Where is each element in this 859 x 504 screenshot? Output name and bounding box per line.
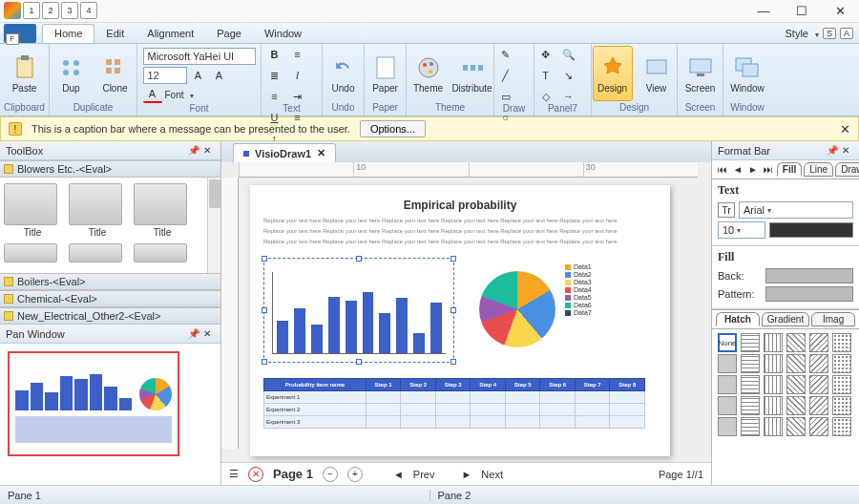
data-table[interactable]: Probability item nameStep 1Step 2Step 3S… <box>263 378 645 429</box>
category-chemical[interactable]: Chemical-<Eval> <box>0 290 220 307</box>
format-tab-line[interactable]: Line <box>804 162 833 177</box>
pie-chart[interactable] <box>479 271 555 347</box>
font-color-icon[interactable]: A <box>143 86 162 103</box>
hatch-swatch[interactable] <box>718 396 737 415</box>
hatch-swatch[interactable] <box>832 354 851 373</box>
caption-close-icon[interactable]: ✕ <box>840 122 850 136</box>
hatch-swatch[interactable] <box>741 375 760 394</box>
hatch-swatch[interactable] <box>832 333 851 352</box>
pan-window-body[interactable] <box>0 344 220 485</box>
format-size-combo[interactable]: 10 <box>718 221 765 239</box>
selected-bar-chart[interactable] <box>263 258 454 363</box>
paste-button[interactable]: Paste <box>5 46 45 101</box>
document-tab[interactable]: VisioDraw1 ✕ <box>233 143 336 162</box>
view-button[interactable]: View <box>637 46 677 101</box>
line-icon[interactable]: ╱ <box>496 67 515 84</box>
bold-icon[interactable]: B <box>265 46 284 63</box>
category-electrical[interactable]: New_Electrical_Other2-<Eval> <box>0 307 220 325</box>
qat-key-3[interactable]: 3 <box>61 2 78 19</box>
format-font-combo[interactable]: Arial <box>739 201 853 219</box>
undo-button[interactable]: Undo <box>324 46 364 101</box>
format-tab-fill[interactable]: Fill <box>777 162 802 177</box>
scrollbar[interactable] <box>207 178 220 273</box>
style-label[interactable]: Style <box>786 28 808 39</box>
shrink-font-icon[interactable]: A <box>210 67 229 84</box>
tool-item[interactable] <box>69 243 126 262</box>
qat-key-1[interactable]: 1 <box>23 2 40 19</box>
pencil-icon[interactable]: ✎ <box>496 46 515 63</box>
prev-page-icon[interactable]: ◄ <box>393 469 404 480</box>
hatch-swatch[interactable] <box>786 354 806 373</box>
hatch-swatch[interactable] <box>832 417 851 436</box>
next-page-icon[interactable]: ► <box>461 469 471 480</box>
design-button[interactable]: Design <box>593 46 633 101</box>
tool-item[interactable] <box>134 243 191 262</box>
hatch-swatch[interactable] <box>764 375 783 394</box>
maximize-button[interactable]: ☐ <box>783 0 821 23</box>
hatch-swatch[interactable] <box>809 354 828 373</box>
hatch-swatch[interactable] <box>741 417 760 436</box>
hatch-swatch[interactable] <box>786 375 806 394</box>
prev-label[interactable]: Prev <box>413 469 435 480</box>
chevron-down-icon[interactable] <box>187 89 194 100</box>
bullets-icon[interactable]: ≣ <box>265 67 284 84</box>
hatch-swatch[interactable] <box>809 375 828 394</box>
pattern-swatch[interactable] <box>765 286 853 302</box>
hatch-swatch[interactable] <box>832 396 851 415</box>
screen-button[interactable]: Screen <box>681 46 721 101</box>
drawing-page[interactable]: Empirical probability Replace your text … <box>250 185 670 456</box>
hatch-swatch[interactable] <box>832 375 851 394</box>
grow-font-icon[interactable]: A <box>189 67 208 84</box>
text-color-swatch[interactable] <box>769 222 853 238</box>
back-color-swatch[interactable] <box>765 268 853 284</box>
hatch-swatch[interactable] <box>764 333 783 352</box>
hatch-swatch[interactable] <box>718 354 737 373</box>
clone-button[interactable]: Clone <box>95 46 136 101</box>
hatch-swatch[interactable] <box>741 396 760 415</box>
hatch-swatch[interactable] <box>741 354 760 373</box>
pin-icon[interactable]: 📌 <box>827 145 838 157</box>
tool-item[interactable]: Title <box>4 183 61 238</box>
distribute-button[interactable]: Distribute <box>452 46 492 101</box>
tab-window[interactable]: Window <box>253 25 313 42</box>
panel-close-icon[interactable]: ✕ <box>203 328 215 340</box>
zoom-out-icon[interactable]: − <box>323 467 338 482</box>
panel-close-icon[interactable]: ✕ <box>203 145 215 157</box>
hatch-swatch[interactable] <box>786 396 806 415</box>
style-dropdown-icon[interactable] <box>812 28 819 39</box>
file-menu-button[interactable]: F <box>4 24 36 43</box>
font-family-combo[interactable]: Microsoft YaHei UI <box>143 48 256 65</box>
next-label[interactable]: Next <box>481 469 503 480</box>
align-left-icon[interactable]: ≡ <box>288 46 307 63</box>
hatch-swatch[interactable] <box>764 417 783 436</box>
align-center-icon[interactable]: ≡ <box>265 88 284 105</box>
gradient-tab[interactable]: Gradient <box>762 312 809 326</box>
tab-next-icon[interactable]: ► <box>746 164 760 175</box>
zoom-in-icon[interactable]: + <box>347 467 363 482</box>
page-list-icon[interactable]: ☰ <box>229 468 239 480</box>
hatch-swatch[interactable] <box>764 354 783 373</box>
hatch-swatch[interactable] <box>741 333 760 352</box>
hatch-swatch[interactable] <box>718 417 737 436</box>
pin-icon[interactable]: 📌 <box>188 328 199 340</box>
tab-home[interactable]: Home <box>42 24 94 43</box>
hatch-tab[interactable]: Hatch <box>716 312 760 326</box>
tab-alignment[interactable]: Alignment <box>136 25 205 42</box>
options-button[interactable]: Options... <box>360 120 426 137</box>
tab-close-icon[interactable]: ✕ <box>317 147 325 159</box>
hatch-swatch[interactable]: None <box>718 333 737 352</box>
tab-last-icon[interactable]: ⏭ <box>762 164 775 175</box>
hatch-swatch[interactable] <box>786 417 806 436</box>
tab-edit[interactable]: Edit <box>94 25 136 42</box>
dup-button[interactable]: Dup <box>52 46 92 101</box>
category-boilers[interactable]: Boilers-<Eval> <box>0 273 220 290</box>
hatch-swatch[interactable] <box>809 333 828 352</box>
tool-item[interactable] <box>4 243 61 262</box>
hatch-swatch[interactable] <box>786 333 806 352</box>
tool-item[interactable]: Title <box>69 183 126 238</box>
delete-page-icon[interactable]: ✕ <box>248 467 263 482</box>
category-blowers[interactable]: Blowers Etc.-<Eval> <box>0 160 220 178</box>
text-tool-icon[interactable]: T <box>536 67 555 84</box>
close-button[interactable]: ✕ <box>821 0 859 23</box>
panel-close-icon[interactable]: ✕ <box>842 145 853 157</box>
